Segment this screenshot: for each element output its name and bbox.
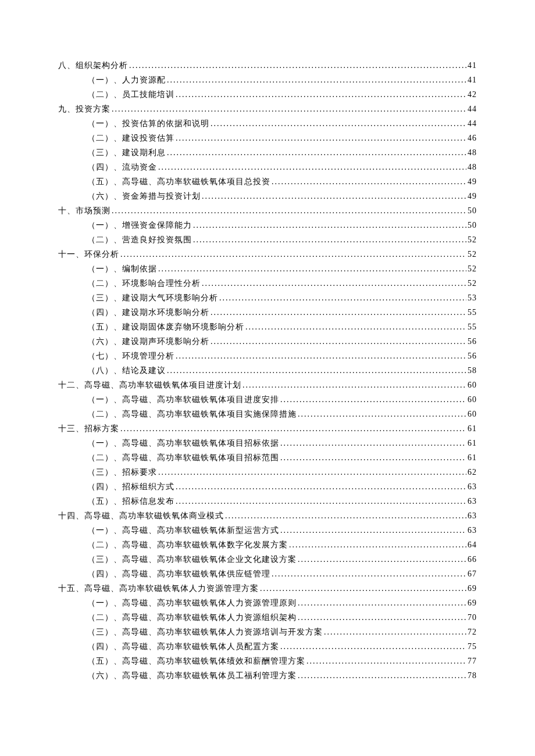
toc-entry[interactable]: （三）、建设期大气环境影响分析53 <box>87 291 477 305</box>
toc-dot-leader <box>298 552 466 567</box>
toc-entry-label: 十、市场预测 <box>58 203 110 218</box>
toc-entry[interactable]: （三）、建设期利息48 <box>87 145 477 160</box>
toc-entry[interactable]: （五）、高导磁、高功率软磁铁氧体项目总投资49 <box>87 174 477 189</box>
toc-dot-leader <box>167 145 466 160</box>
toc-entry[interactable]: （一）、投资估算的依据和说明44 <box>87 116 477 131</box>
toc-entry[interactable]: （二）、高导磁、高功率软磁铁氧体人力资源组织架构70 <box>87 610 477 625</box>
toc-entry[interactable]: （一）、编制依据52 <box>87 261 477 276</box>
toc-dot-leader <box>158 160 466 174</box>
toc-entry[interactable]: （二）、环境影响合理性分析52 <box>87 276 477 291</box>
toc-entry[interactable]: （四）、招标组织方式63 <box>87 479 477 494</box>
toc-dot-leader <box>176 349 466 363</box>
toc-dot-leader <box>280 639 466 654</box>
toc-entry-label: （五）、高导磁、高功率软磁铁氧体绩效和薪酬管理方案 <box>87 654 305 668</box>
toc-entry[interactable]: （四）、高导磁、高功率软磁铁氧体供应链管理67 <box>87 567 477 581</box>
toc-entry-page: 70 <box>468 610 477 625</box>
toc-entry-page: 52 <box>468 261 477 276</box>
toc-entry[interactable]: （六）、建设期声环境影响分析56 <box>87 334 477 349</box>
toc-entry-label: （二）、高导磁、高功率软磁铁氧体项目实施保障措施 <box>87 407 297 421</box>
toc-entry[interactable]: （二）、营造良好投资氛围52 <box>87 232 477 247</box>
toc-entry-label: （二）、高导磁、高功率软磁铁氧体项目招标范围 <box>87 450 279 465</box>
toc-entry-page: 44 <box>468 116 477 131</box>
toc-entry-label: （四）、建设期水环境影响分析 <box>87 305 209 320</box>
toc-dot-leader <box>219 291 466 305</box>
toc-entry-page: 63 <box>468 479 477 494</box>
toc-entry[interactable]: （八）、结论及建议58 <box>87 363 477 378</box>
toc-dot-leader <box>272 567 466 581</box>
toc-dot-leader <box>324 625 466 639</box>
toc-dot-leader <box>120 247 466 261</box>
toc-dot-leader <box>298 407 466 421</box>
toc-entry-page: 52 <box>468 276 477 291</box>
toc-entry[interactable]: （三）、招标要求62 <box>87 465 477 479</box>
toc-entry[interactable]: （四）、高导磁、高功率软磁铁氧体人员配置方案75 <box>87 639 477 654</box>
toc-entry[interactable]: （三）、高导磁、高功率软磁铁氧体人力资源培训与开发方案72 <box>87 625 477 639</box>
toc-dot-leader <box>280 392 466 407</box>
toc-dot-leader <box>176 87 466 102</box>
toc-entry-page: 64 <box>468 538 477 552</box>
toc-entry-page: 58 <box>468 363 477 378</box>
toc-entry[interactable]: （五）、建设期固体废弃物环境影响分析55 <box>87 320 477 334</box>
toc-entry-label: 十四、高导磁、高功率软磁铁氧体商业模式 <box>58 508 224 523</box>
toc-entry[interactable]: （三）、高导磁、高功率软磁铁氧体企业文化建设方案66 <box>87 552 477 567</box>
toc-entry-page: 53 <box>468 291 477 305</box>
toc-dot-leader <box>289 538 466 552</box>
toc-entry-label: （四）、高导磁、高功率软磁铁氧体人员配置方案 <box>87 639 279 654</box>
toc-entry-page: 49 <box>468 189 477 203</box>
toc-dot-leader <box>260 581 466 596</box>
toc-entry-page: 77 <box>468 654 477 668</box>
toc-entry[interactable]: （二）、高导磁、高功率软磁铁氧体项目招标范围61 <box>87 450 477 465</box>
toc-entry[interactable]: （一）、高导磁、高功率软磁铁氧体新型运营方式63 <box>87 523 477 538</box>
toc-entry[interactable]: 十一、环保分析52 <box>58 247 477 261</box>
toc-entry[interactable]: 十四、高导磁、高功率软磁铁氧体商业模式63 <box>58 508 477 523</box>
toc-entry-page: 44 <box>468 102 477 116</box>
toc-entry-label: （三）、高导磁、高功率软磁铁氧体人力资源培训与开发方案 <box>87 625 323 639</box>
toc-entry[interactable]: （一）、高导磁、高功率软磁铁氧体项目招标依据61 <box>87 436 477 450</box>
toc-entry-label: 十三、招标方案 <box>58 421 119 436</box>
toc-entry[interactable]: 十二、高导磁、高功率软磁铁氧体项目进度计划60 <box>58 378 477 392</box>
toc-entry-page: 42 <box>468 87 477 102</box>
toc-entry[interactable]: 九、投资方案44 <box>58 102 477 116</box>
toc-entry-page: 67 <box>468 567 477 581</box>
toc-entry-label: 十一、环保分析 <box>58 247 119 261</box>
toc-entry[interactable]: （一）、高导磁、高功率软磁铁氧体人力资源管理原则69 <box>87 596 477 610</box>
toc-entry-page: 52 <box>468 232 477 247</box>
toc-entry[interactable]: （一）、人力资源配41 <box>87 73 477 87</box>
toc-entry[interactable]: （五）、高导磁、高功率软磁铁氧体绩效和薪酬管理方案77 <box>87 654 477 668</box>
toc-entry[interactable]: （七）、环境管理分析56 <box>87 349 477 363</box>
toc-entry[interactable]: 十、市场预测50 <box>58 203 477 218</box>
toc-entry-page: 41 <box>468 73 477 87</box>
toc-entry[interactable]: （二）、建设投资估算46 <box>87 131 477 145</box>
toc-entry[interactable]: （五）、招标信息发布63 <box>87 494 477 508</box>
toc-dot-leader <box>176 479 466 494</box>
toc-entry-page: 50 <box>468 218 477 232</box>
toc-dot-leader <box>129 58 466 73</box>
toc-entry-label: （一）、人力资源配 <box>87 73 166 87</box>
toc-dot-leader <box>167 363 466 378</box>
toc-dot-leader <box>193 218 466 232</box>
toc-entry[interactable]: （四）、建设期水环境影响分析55 <box>87 305 477 320</box>
toc-entry[interactable]: （六）、资金筹措与投资计划49 <box>87 189 477 203</box>
toc-entry-label: 八、组织架构分析 <box>58 58 128 73</box>
toc-dot-leader <box>242 378 466 392</box>
toc-entry[interactable]: （六）、高导磁、高功率软磁铁氧体员工福利管理方案78 <box>87 668 477 683</box>
toc-entry[interactable]: （二）、员工技能培训42 <box>87 87 477 102</box>
toc-entry[interactable]: （一）、增强资金保障能力50 <box>87 218 477 232</box>
toc-entry[interactable]: 八、组织架构分析41 <box>58 58 477 73</box>
toc-entry[interactable]: （二）、高导磁、高功率软磁铁氧体项目实施保障措施60 <box>87 407 477 421</box>
toc-entry[interactable]: （一）、高导磁、高功率软磁铁氧体项目进度安排60 <box>87 392 477 407</box>
toc-page: 八、组织架构分析41（一）、人力资源配41（二）、员工技能培训42九、投资方案4… <box>0 0 535 756</box>
toc-dot-leader <box>225 508 466 523</box>
toc-entry[interactable]: （四）、流动资金48 <box>87 160 477 174</box>
toc-entry-label: （二）、环境影响合理性分析 <box>87 276 201 291</box>
toc-entry-label: （五）、高导磁、高功率软磁铁氧体项目总投资 <box>87 174 270 189</box>
toc-entry[interactable]: 十三、招标方案61 <box>58 421 477 436</box>
toc-entry-page: 60 <box>468 378 477 392</box>
toc-dot-leader <box>167 73 466 87</box>
toc-entry[interactable]: （二）、高导磁、高功率软磁铁氧体数字化发展方案64 <box>87 538 477 552</box>
toc-entry-label: 九、投资方案 <box>58 102 110 116</box>
toc-entry[interactable]: 十五、高导磁、高功率软磁铁氧体人力资源管理方案69 <box>58 581 477 596</box>
toc-entry-label: （一）、增强资金保障能力 <box>87 218 192 232</box>
toc-entry-page: 61 <box>468 436 477 450</box>
toc-entry-label: （三）、建设期利息 <box>87 145 166 160</box>
